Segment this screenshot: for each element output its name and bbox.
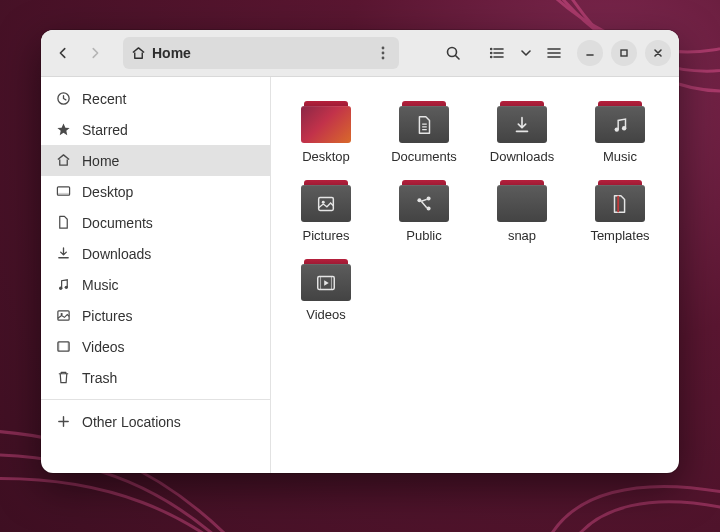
pictures-icon	[55, 308, 71, 324]
sidebar-item-label: Videos	[82, 339, 125, 355]
trash-icon	[55, 370, 71, 386]
desktop-icon	[55, 184, 71, 200]
sidebar-item-videos[interactable]: Videos	[41, 331, 270, 362]
titlebar: Home	[41, 30, 679, 77]
folder-icon	[497, 180, 547, 222]
sidebar-item-label: Desktop	[82, 184, 133, 200]
folder-label: Documents	[391, 149, 457, 164]
sidebar-item-documents[interactable]: Documents	[41, 207, 270, 238]
sidebar-item-label: Pictures	[82, 308, 133, 324]
star-icon	[55, 122, 71, 138]
minimize-button[interactable]	[577, 40, 603, 66]
folder-item-documents[interactable]: Documents	[375, 95, 473, 170]
sidebar-item-other-locations[interactable]: Other Locations	[41, 406, 270, 437]
folder-icon	[399, 101, 449, 143]
sidebar-divider	[41, 399, 270, 400]
back-button[interactable]	[49, 37, 77, 69]
folder-label: Videos	[306, 307, 346, 322]
svg-point-9	[491, 53, 492, 54]
sidebar-item-label: Other Locations	[82, 414, 181, 430]
svg-line-4	[456, 56, 460, 60]
sidebar-item-label: Starred	[82, 122, 128, 138]
svg-point-1	[382, 52, 385, 55]
home-icon	[131, 46, 146, 61]
folder-item-public[interactable]: Public	[375, 174, 473, 249]
sidebar-item-desktop[interactable]: Desktop	[41, 176, 270, 207]
sidebar-item-starred[interactable]: Starred	[41, 114, 270, 145]
path-menu-icon[interactable]	[375, 46, 391, 60]
folder-item-templates[interactable]: Templates	[571, 174, 669, 249]
folder-item-desktop[interactable]: Desktop	[277, 95, 375, 170]
folder-item-pictures[interactable]: Pictures	[277, 174, 375, 249]
folder-icon	[399, 180, 449, 222]
video-icon	[55, 339, 71, 355]
file-manager-window: Home	[41, 30, 679, 473]
sidebar-item-label: Recent	[82, 91, 126, 107]
sidebar: Recent Starred Home Desktop Documents Do…	[41, 77, 271, 473]
folder-item-videos[interactable]: Videos	[277, 253, 375, 328]
folder-icon	[595, 180, 645, 222]
svg-rect-15	[621, 50, 627, 56]
forward-button[interactable]	[81, 37, 109, 69]
sidebar-item-music[interactable]: Music	[41, 269, 270, 300]
document-icon	[55, 215, 71, 231]
sidebar-item-label: Documents	[82, 215, 153, 231]
svg-point-29	[427, 196, 431, 200]
folder-label: Pictures	[303, 228, 350, 243]
view-dropdown-button[interactable]	[517, 37, 535, 69]
svg-point-2	[382, 57, 385, 60]
svg-point-24	[615, 127, 619, 131]
sidebar-item-home[interactable]: Home	[41, 145, 270, 176]
sidebar-item-label: Trash	[82, 370, 117, 386]
folder-icon	[301, 101, 351, 143]
maximize-button[interactable]	[611, 40, 637, 66]
svg-point-25	[622, 126, 626, 130]
svg-point-19	[59, 287, 62, 290]
folder-label: Downloads	[490, 149, 554, 164]
folder-label: Music	[603, 149, 637, 164]
folder-item-music[interactable]: Music	[571, 95, 669, 170]
search-button[interactable]	[438, 37, 468, 69]
path-label: Home	[152, 45, 369, 61]
download-icon	[55, 246, 71, 262]
svg-rect-31	[617, 195, 619, 212]
view-list-button[interactable]	[486, 37, 508, 69]
sidebar-item-label: Music	[82, 277, 119, 293]
svg-rect-18	[57, 193, 69, 195]
folder-label: snap	[508, 228, 536, 243]
sidebar-item-recent[interactable]: Recent	[41, 83, 270, 114]
path-bar[interactable]: Home	[123, 37, 399, 69]
sidebar-item-trash[interactable]: Trash	[41, 362, 270, 393]
sidebar-item-label: Home	[82, 153, 119, 169]
svg-rect-23	[57, 342, 68, 351]
folder-icon	[301, 180, 351, 222]
svg-point-0	[382, 47, 385, 50]
music-icon	[55, 277, 71, 293]
folder-icon	[497, 101, 547, 143]
svg-point-8	[491, 49, 492, 50]
sidebar-item-pictures[interactable]: Pictures	[41, 300, 270, 331]
sidebar-item-downloads[interactable]: Downloads	[41, 238, 270, 269]
folder-item-snap[interactable]: snap	[473, 174, 571, 249]
folder-label: Public	[406, 228, 441, 243]
folder-view[interactable]: DesktopDocumentsDownloadsMusicPicturesPu…	[271, 77, 679, 473]
folder-label: Templates	[590, 228, 649, 243]
folder-icon	[301, 259, 351, 301]
plus-icon	[55, 414, 71, 430]
folder-label: Desktop	[302, 149, 350, 164]
close-button[interactable]	[645, 40, 671, 66]
home-icon	[55, 153, 71, 169]
svg-point-10	[491, 57, 492, 58]
svg-point-20	[64, 286, 67, 289]
folder-item-downloads[interactable]: Downloads	[473, 95, 571, 170]
clock-icon	[55, 91, 71, 107]
hamburger-menu-button[interactable]	[539, 37, 569, 69]
folder-icon	[595, 101, 645, 143]
sidebar-item-label: Downloads	[82, 246, 151, 262]
